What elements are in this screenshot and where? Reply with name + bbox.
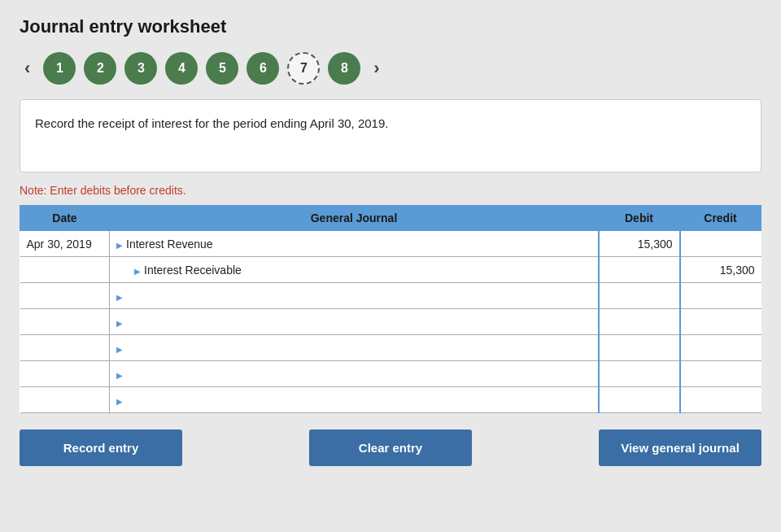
debit-cell[interactable] <box>599 387 680 413</box>
step-4[interactable]: 4 <box>165 52 198 85</box>
table-row <box>20 361 761 387</box>
debit-cell[interactable] <box>599 335 680 361</box>
credit-cell[interactable] <box>680 283 761 309</box>
next-arrow[interactable]: › <box>369 56 384 81</box>
credit-cell[interactable] <box>680 387 761 413</box>
prev-arrow[interactable]: ‹ <box>20 56 35 81</box>
note-text: Note: Enter debits before credits. <box>20 184 761 197</box>
step-navigation: ‹ 1 2 3 4 5 6 7 8 › <box>20 52 761 85</box>
account-cell[interactable]: Interest Revenue <box>110 231 599 257</box>
step-5[interactable]: 5 <box>206 52 238 85</box>
debit-cell[interactable]: 15,300 <box>599 231 680 257</box>
step-7[interactable]: 7 <box>287 52 320 85</box>
account-cell[interactable] <box>110 309 599 335</box>
table-row: Interest Receivable 15,300 <box>20 257 761 283</box>
step-1[interactable]: 1 <box>43 52 76 85</box>
date-cell <box>20 309 110 335</box>
col-header-date: Date <box>20 206 110 231</box>
account-cell[interactable] <box>110 335 599 361</box>
date-cell <box>20 257 110 283</box>
debit-cell[interactable] <box>599 309 680 335</box>
account-cell[interactable] <box>110 283 599 309</box>
step-3[interactable]: 3 <box>124 52 157 85</box>
date-cell <box>20 387 110 413</box>
table-row: Apr 30, 2019 Interest Revenue 15,300 <box>20 231 761 257</box>
step-2[interactable]: 2 <box>84 52 116 85</box>
view-general-journal-button[interactable]: View general journal <box>599 430 761 466</box>
button-row: Record entry Clear entry View general jo… <box>20 430 761 466</box>
table-row <box>20 283 761 309</box>
table-row <box>20 387 761 413</box>
credit-cell[interactable] <box>680 335 761 361</box>
date-cell <box>20 283 110 309</box>
col-header-journal: General Journal <box>110 206 599 231</box>
page-title: Journal entry worksheet <box>20 16 761 37</box>
account-cell[interactable] <box>110 361 599 387</box>
date-cell <box>20 361 110 387</box>
debit-cell[interactable] <box>599 361 680 387</box>
credit-cell[interactable] <box>680 231 761 257</box>
account-cell[interactable] <box>110 387 599 413</box>
credit-cell[interactable] <box>680 309 761 335</box>
step-8[interactable]: 8 <box>328 52 360 85</box>
clear-entry-button[interactable]: Clear entry <box>309 430 472 466</box>
col-header-credit: Credit <box>680 206 761 231</box>
credit-cell[interactable] <box>680 361 761 387</box>
table-row <box>20 335 761 361</box>
account-cell[interactable]: Interest Receivable <box>110 257 599 283</box>
date-cell <box>20 335 110 361</box>
record-entry-button[interactable]: Record entry <box>20 430 182 466</box>
table-row <box>20 309 761 335</box>
debit-cell[interactable] <box>599 257 680 283</box>
col-header-debit: Debit <box>599 206 680 231</box>
step-6[interactable]: 6 <box>247 52 279 85</box>
date-cell: Apr 30, 2019 <box>20 231 110 257</box>
instruction-box: Record the receipt of interest for the p… <box>20 99 761 172</box>
debit-cell[interactable] <box>599 283 680 309</box>
instruction-text: Record the receipt of interest for the p… <box>35 116 388 130</box>
credit-cell[interactable]: 15,300 <box>680 257 761 283</box>
journal-table: Date General Journal Debit Credit Apr 30… <box>20 205 761 413</box>
